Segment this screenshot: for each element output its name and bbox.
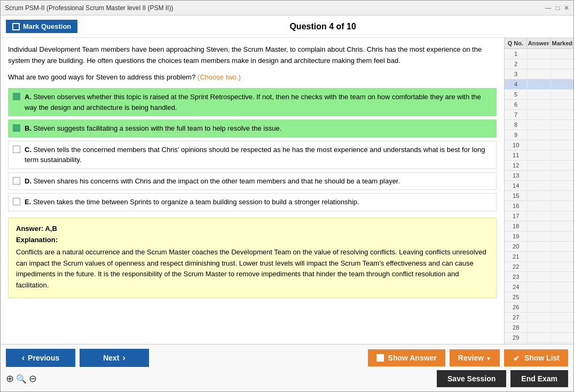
- sidebar-cell-answer: [528, 272, 551, 282]
- sidebar-cell-num: 4: [505, 79, 528, 89]
- sidebar-cell-num: 2: [505, 59, 528, 69]
- sidebar-row[interactable]: 26: [505, 302, 573, 313]
- sidebar-cell-marked: [551, 252, 573, 261]
- option-row-b[interactable]: B. Steven suggests facilitating a sessio…: [8, 119, 497, 138]
- option-row-a[interactable]: A. Steven observes whether this topic is…: [8, 88, 497, 116]
- sidebar-row[interactable]: 10: [505, 140, 573, 150]
- end-exam-button[interactable]: End Exam: [510, 370, 568, 387]
- sidebar-cell-answer: [528, 49, 551, 59]
- sidebar-cell-num: 5: [505, 90, 528, 99]
- toolbar: Mark Question Question 4 of 10: [1, 15, 573, 38]
- sidebar-cell-num: 24: [505, 282, 528, 292]
- sidebar-row[interactable]: 13: [505, 171, 573, 181]
- sidebar-cell-num: 3: [505, 69, 528, 79]
- sidebar-row[interactable]: 3: [505, 69, 573, 79]
- sidebar-cell-answer: [528, 191, 551, 201]
- sidebar-row[interactable]: 18: [505, 221, 573, 231]
- option-checkbox-b[interactable]: [13, 124, 20, 132]
- sidebar-row[interactable]: 1: [505, 49, 573, 59]
- sidebar-cell-answer: [528, 161, 551, 170]
- sidebar-cell-answer: [528, 292, 551, 302]
- sidebar-row[interactable]: 16: [505, 201, 573, 211]
- sidebar-row[interactable]: 9: [505, 130, 573, 140]
- next-arrow-icon: ›: [123, 353, 125, 363]
- show-answer-button[interactable]: Show Answer: [368, 349, 445, 366]
- option-text-c: C. Steven tells the concerned members th…: [25, 145, 492, 165]
- sidebar-row[interactable]: 20: [505, 242, 573, 252]
- sidebar-cell-marked: [551, 140, 573, 150]
- sidebar-cell-num: 23: [505, 272, 528, 282]
- previous-button[interactable]: ‹ Previous: [6, 349, 75, 367]
- option-checkbox-c[interactable]: [13, 146, 20, 153]
- sidebar-cell-num: 26: [505, 302, 528, 312]
- zoom-controls: ⊕ 🔍 ⊖: [6, 373, 37, 385]
- title-bar: Scrum PSM-II (Professional Scrum Master …: [1, 1, 573, 15]
- sidebar-cell-num: 29: [505, 333, 528, 342]
- sidebar-row[interactable]: 29: [505, 333, 573, 343]
- sidebar-cell-answer: [528, 130, 551, 140]
- review-button[interactable]: Review ▼: [450, 349, 500, 366]
- sidebar-col-marked: Marked: [551, 38, 573, 49]
- option-checkbox-a[interactable]: [13, 93, 20, 100]
- show-list-button[interactable]: ✔ Show List: [504, 349, 568, 366]
- next-button[interactable]: Next ›: [80, 349, 149, 367]
- sidebar-row[interactable]: 22: [505, 262, 573, 272]
- sidebar-cell-num: 20: [505, 242, 528, 251]
- answer-options: A. Steven observes whether this topic is…: [8, 88, 497, 211]
- option-row-d[interactable]: D. Steven shares his concerns with Chris…: [8, 172, 497, 190]
- window-controls: — □ ✕: [545, 4, 569, 12]
- sidebar-cell-marked: [551, 242, 573, 251]
- sidebar-row[interactable]: 24: [505, 282, 573, 292]
- zoom-out-button[interactable]: ⊖: [29, 373, 37, 385]
- sidebar-row[interactable]: 17: [505, 211, 573, 221]
- sidebar-row[interactable]: 21: [505, 252, 573, 262]
- sidebar-row[interactable]: 8: [505, 120, 573, 130]
- sidebar-row[interactable]: 4: [505, 79, 573, 90]
- sidebar-cell-answer: [528, 120, 551, 130]
- option-checkbox-d[interactable]: [13, 177, 20, 185]
- save-session-button[interactable]: Save Session: [437, 370, 506, 387]
- minimize-btn[interactable]: —: [545, 4, 552, 12]
- option-text-a: A. Steven observes whether this topic is…: [25, 92, 492, 113]
- sidebar-cell-answer: [528, 211, 551, 221]
- mark-checkbox-icon: [12, 23, 20, 30]
- sidebar-row[interactable]: 12: [505, 161, 573, 171]
- option-checkbox-e[interactable]: [13, 198, 20, 205]
- sidebar-cell-answer: [528, 150, 551, 160]
- sidebar-cell-answer: [528, 171, 551, 180]
- option-row-e[interactable]: E. Steven takes the time between Sprints…: [8, 193, 497, 211]
- app-window: Scrum PSM-II (Professional Scrum Master …: [0, 0, 574, 392]
- sidebar-row[interactable]: 14: [505, 181, 573, 191]
- sidebar-cell-marked: [551, 110, 573, 119]
- sidebar-row[interactable]: 11: [505, 150, 573, 161]
- sidebar-row[interactable]: 5: [505, 90, 573, 100]
- mark-question-button[interactable]: Mark Question: [6, 20, 77, 33]
- sidebar-cell-num: 28: [505, 323, 528, 332]
- option-row-c[interactable]: C. Steven tells the concerned members th…: [8, 141, 497, 169]
- sidebar-row[interactable]: 19: [505, 231, 573, 242]
- sidebar-cell-marked: [551, 231, 573, 241]
- sidebar-row[interactable]: 28: [505, 323, 573, 333]
- sidebar-cell-marked: [551, 49, 573, 59]
- sidebar: Q No. Answer Marked 1 2 3 4 5 6: [504, 38, 573, 344]
- choose-note: (Choose two.): [198, 73, 241, 81]
- sidebar-row[interactable]: 25: [505, 292, 573, 302]
- zoom-in-button[interactable]: ⊕: [6, 373, 14, 385]
- sidebar-cell-marked: [551, 120, 573, 130]
- zoom-normal-button[interactable]: 🔍: [16, 374, 27, 384]
- sidebar-cell-num: 21: [505, 252, 528, 261]
- sidebar-row[interactable]: 23: [505, 272, 573, 282]
- sidebar-cell-answer: [528, 221, 551, 231]
- sidebar-row[interactable]: 6: [505, 100, 573, 110]
- sidebar-row[interactable]: 15: [505, 191, 573, 201]
- sidebar-cell-answer: [528, 181, 551, 190]
- sidebar-cell-answer: [528, 90, 551, 99]
- maximize-btn[interactable]: □: [556, 4, 560, 12]
- close-btn[interactable]: ✕: [564, 4, 569, 12]
- sidebar-row[interactable]: 2: [505, 59, 573, 69]
- question-area: Individual Development Team members have…: [1, 38, 504, 344]
- sidebar-cell-answer: [528, 110, 551, 119]
- sidebar-row[interactable]: 27: [505, 313, 573, 323]
- sidebar-row[interactable]: 7: [505, 110, 573, 120]
- mark-question-label: Mark Question: [23, 22, 71, 30]
